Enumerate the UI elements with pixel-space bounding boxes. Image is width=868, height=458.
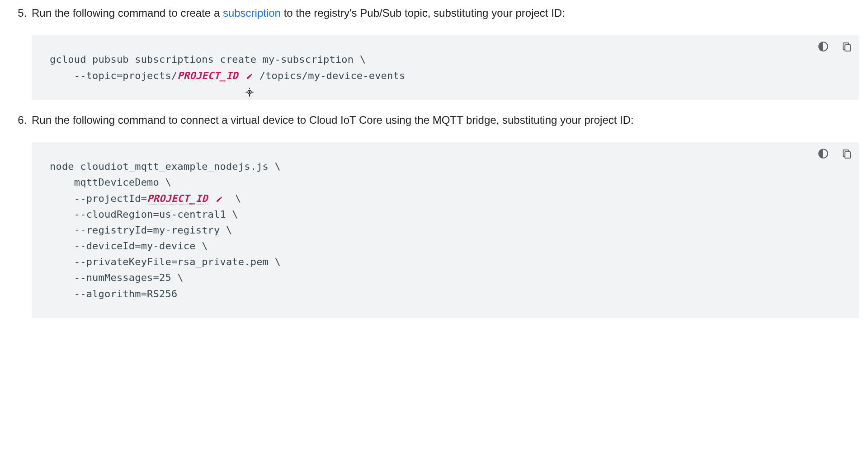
code-toolbar: [817, 41, 853, 52]
theme-toggle-icon[interactable]: [817, 41, 829, 52]
step-6: Run the following command to connect a v…: [30, 112, 859, 318]
svg-rect-0: [845, 45, 850, 51]
code-content: gcloud pubsub subscriptions create my-su…: [50, 51, 841, 83]
code-toolbar: [817, 148, 853, 159]
subscription-link[interactable]: subscription: [223, 7, 281, 19]
project-id-variable[interactable]: PROJECT_ID: [177, 70, 238, 82]
edit-icon[interactable]: [246, 73, 253, 80]
code-block-subscription: gcloud pubsub subscriptions create my-su…: [32, 35, 859, 99]
code-content: node cloudiot_mqtt_example_nodejs.js \ m…: [50, 159, 841, 302]
svg-point-1: [249, 92, 250, 93]
theme-toggle-icon[interactable]: [817, 148, 829, 159]
edit-icon[interactable]: [216, 196, 223, 203]
step-5: Run the following command to create a su…: [30, 5, 859, 100]
copy-icon[interactable]: [841, 148, 853, 159]
step-5-text-before: Run the following command to create a: [32, 7, 223, 19]
mouse-cursor-icon: [244, 86, 255, 103]
svg-rect-2: [845, 152, 850, 158]
step-5-text-after: to the registry's Pub/Sub topic, substit…: [281, 7, 565, 19]
step-6-text: Run the following command to connect a v…: [32, 114, 634, 126]
copy-icon[interactable]: [841, 41, 853, 52]
project-id-variable[interactable]: PROJECT_ID: [147, 193, 208, 205]
code-block-mqtt: node cloudiot_mqtt_example_nodejs.js \ m…: [32, 142, 859, 318]
